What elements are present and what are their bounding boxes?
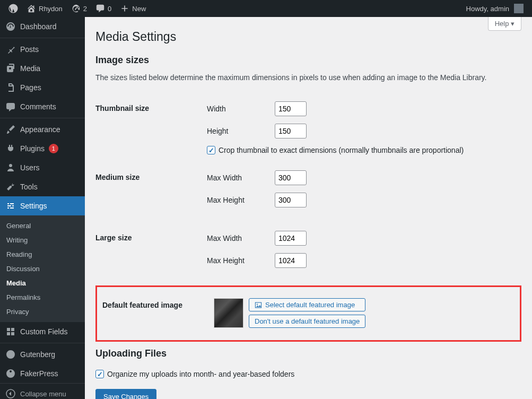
- sidebar-item-gutenberg[interactable]: Gutenberg: [0, 345, 85, 364]
- sidebar-item-users[interactable]: Users: [0, 158, 85, 177]
- svg-point-2: [257, 303, 258, 305]
- sidebar-item-posts[interactable]: Posts: [0, 40, 85, 59]
- sidebar-item-tools[interactable]: Tools: [0, 177, 85, 196]
- medium-maxh-input[interactable]: [275, 193, 307, 207]
- wordpress-icon: [8, 4, 18, 13]
- admin-toolbar: Rhydon 2 0 New Howdy, admin: [0, 0, 532, 17]
- default-featured-image-section: Default featured image Select default fe…: [95, 285, 521, 342]
- medium-heading: Medium size: [95, 162, 202, 223]
- thumbnail-height-label: Height: [207, 127, 265, 135]
- sidebar-label: Dashboard: [20, 22, 57, 31]
- select-default-featured-image-button[interactable]: Select default featured image: [249, 298, 365, 311]
- submenu-discussion[interactable]: Discussion: [0, 262, 85, 276]
- brush-icon: [5, 124, 16, 135]
- pin-icon: [5, 44, 16, 55]
- sidebar-item-settings[interactable]: Settings: [0, 196, 85, 215]
- medium-maxw-input[interactable]: [275, 170, 307, 185]
- sidebar-label: Tools: [20, 183, 38, 191]
- sidebar-item-pages[interactable]: Pages: [0, 78, 85, 97]
- large-maxw-input[interactable]: [275, 231, 307, 246]
- new-label: New: [132, 5, 146, 13]
- comments-count: 0: [108, 5, 111, 13]
- organize-uploads-checkbox[interactable]: [95, 370, 104, 378]
- new-content-menu[interactable]: New: [116, 0, 150, 17]
- dashboard-icon: [5, 21, 16, 32]
- dfi-heading: Default featured image: [102, 290, 208, 336]
- sidebar-label: Gutenberg: [20, 350, 55, 359]
- sidebar-label: Media: [20, 64, 40, 73]
- large-maxw-label: Max Width: [207, 234, 265, 242]
- thumbnail-heading: Thumbnail size: [95, 93, 202, 162]
- dfi-thumbnail-preview: [214, 298, 243, 328]
- submenu-general[interactable]: General: [0, 219, 85, 233]
- submenu-privacy[interactable]: Privacy: [0, 305, 85, 319]
- save-changes-button[interactable]: Save Changes: [95, 389, 156, 399]
- image-sizes-desc: The sizes listed below determine the max…: [95, 73, 521, 82]
- comment-icon: [95, 4, 105, 13]
- submenu-media[interactable]: Media: [0, 276, 85, 290]
- pages-icon: [5, 82, 16, 93]
- wp-logo-menu[interactable]: [4, 0, 22, 17]
- sidebar-label: Custom Fields: [20, 327, 67, 336]
- sidebar-item-custom-fields[interactable]: Custom Fields: [0, 322, 85, 341]
- comment-icon: [5, 101, 16, 112]
- comments-bubble[interactable]: 0: [91, 0, 116, 17]
- sidebar-item-fakerpress[interactable]: FakerPress: [0, 364, 85, 383]
- collapse-menu[interactable]: Collapse menu: [0, 383, 85, 399]
- thumbnail-height-input[interactable]: [275, 124, 307, 138]
- image-icon: [255, 301, 262, 309]
- sidebar-item-comments[interactable]: Comments: [0, 97, 85, 116]
- media-icon: [5, 63, 16, 74]
- remove-default-featured-image-button[interactable]: Don't use a default featured image: [249, 315, 365, 328]
- plugin-update-badge: 1: [49, 144, 58, 153]
- updates-icon: [71, 4, 81, 13]
- home-icon: [27, 4, 36, 13]
- user-icon: [5, 162, 16, 173]
- submenu-reading[interactable]: Reading: [0, 247, 85, 262]
- collapse-label: Collapse menu: [20, 390, 66, 398]
- plugin-icon: [5, 143, 16, 154]
- content-area: Help ▾ Media Settings Image sizes The si…: [85, 17, 532, 399]
- collapse-icon: [5, 388, 16, 399]
- gutenberg-icon: [5, 349, 16, 360]
- wrench-icon: [5, 181, 16, 192]
- admin-sidebar: Dashboard Posts Media Pages Comments App…: [0, 17, 85, 399]
- sidebar-item-media[interactable]: Media: [0, 59, 85, 78]
- medium-maxw-label: Max Width: [207, 174, 265, 182]
- submenu-permalinks[interactable]: Permalinks: [0, 290, 85, 305]
- sidebar-label: Appearance: [20, 125, 60, 134]
- thumbnail-width-label: Width: [207, 105, 265, 113]
- sidebar-item-plugins[interactable]: Plugins 1: [0, 139, 85, 158]
- sliders-icon: [5, 201, 16, 211]
- thumbnail-width-input[interactable]: [275, 101, 307, 116]
- large-heading: Large size: [95, 223, 202, 283]
- sidebar-label: Plugins: [20, 144, 45, 153]
- site-name-menu[interactable]: Rhydon: [22, 0, 67, 17]
- sidebar-item-dashboard[interactable]: Dashboard: [0, 17, 85, 36]
- submenu-writing[interactable]: Writing: [0, 233, 85, 247]
- sidebar-label: Posts: [20, 45, 39, 54]
- sidebar-item-appearance[interactable]: Appearance: [0, 120, 85, 139]
- grid-icon: [5, 326, 16, 337]
- plus-icon: [120, 4, 129, 13]
- organize-uploads-label: Organize my uploads into month- and year…: [107, 370, 294, 378]
- settings-submenu: General Writing Reading Discussion Media…: [0, 215, 85, 322]
- updates-count: 2: [83, 5, 87, 13]
- help-tab[interactable]: Help ▾: [488, 17, 521, 31]
- sidebar-label: Users: [20, 163, 40, 172]
- accessibility-icon: [5, 368, 16, 379]
- medium-maxh-label: Max Height: [207, 196, 265, 204]
- uploading-files-heading: Uploading Files: [95, 348, 521, 359]
- howdy-text: Howdy, admin: [466, 5, 509, 13]
- image-sizes-heading: Image sizes: [95, 55, 521, 66]
- sidebar-label: FakerPress: [20, 369, 58, 378]
- large-maxh-input[interactable]: [275, 253, 307, 268]
- account-menu[interactable]: Howdy, admin: [462, 0, 528, 17]
- site-name: Rhydon: [39, 5, 63, 13]
- updates-menu[interactable]: 2: [67, 0, 91, 17]
- sidebar-label: Settings: [20, 202, 47, 210]
- thumbnail-crop-checkbox[interactable]: [207, 146, 215, 154]
- thumbnail-crop-label: Crop thumbnail to exact dimensions (norm…: [219, 146, 464, 154]
- page-title: Media Settings: [95, 30, 521, 44]
- large-maxh-label: Max Height: [207, 256, 265, 265]
